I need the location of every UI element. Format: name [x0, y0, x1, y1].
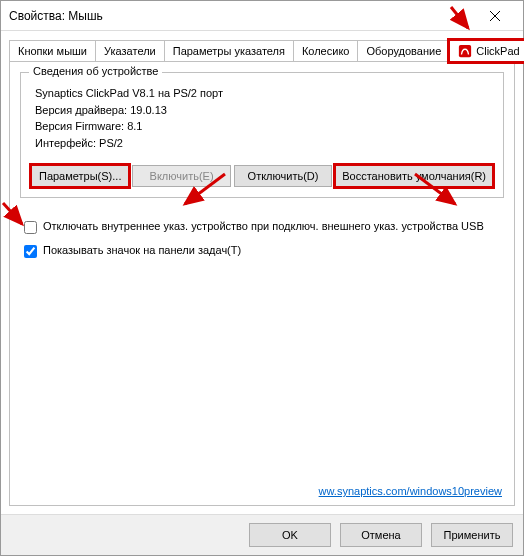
device-info-text: Synaptics ClickPad V8.1 на PS/2 порт Вер…	[31, 83, 493, 165]
close-button[interactable]	[475, 2, 515, 30]
restore-defaults-button[interactable]: Восстановить умолчания(R)	[335, 165, 493, 187]
tab-clickpad-label: ClickPad	[476, 45, 519, 57]
tab-clickpad[interactable]: ClickPad	[449, 40, 524, 62]
apply-button[interactable]: Применить	[431, 523, 513, 547]
clickpad-panel: Сведения об устройстве Synaptics ClickPa…	[9, 61, 515, 506]
tab-pointers[interactable]: Указатели	[95, 40, 165, 62]
synaptics-link[interactable]: ww.synaptics.com/windows10preview	[319, 485, 502, 497]
tab-pointer-options[interactable]: Параметры указателя	[164, 40, 294, 62]
disable-internal-checkbox[interactable]	[24, 221, 37, 234]
enable-button: Включить(E)	[132, 165, 230, 187]
device-button-row: Параметры(S)... Включить(E) Отключить(D)…	[31, 165, 493, 187]
clickpad-icon	[458, 44, 472, 58]
cancel-button[interactable]: Отмена	[340, 523, 422, 547]
show-tray-label: Показывать значок на панели задач(T)	[43, 244, 241, 256]
disable-button[interactable]: Отключить(D)	[234, 165, 332, 187]
mouse-properties-window: Свойства: Мышь Кнопки мыши Указатели Пар…	[0, 0, 524, 556]
content-area: Кнопки мыши Указатели Параметры указател…	[1, 31, 523, 514]
disable-internal-label: Отключать внутреннее указ. устройство пр…	[43, 220, 484, 232]
device-info-title: Сведения об устройстве	[29, 65, 162, 77]
device-info-group: Сведения об устройстве Synaptics ClickPa…	[20, 72, 504, 198]
tab-wheel[interactable]: Колесико	[293, 40, 359, 62]
params-button[interactable]: Параметры(S)...	[31, 165, 129, 187]
show-tray-checkbox-row[interactable]: Показывать значок на панели задач(T)	[24, 244, 504, 258]
dialog-buttons: OK Отмена Применить	[1, 514, 523, 555]
svg-rect-2	[459, 45, 471, 57]
tab-buttons[interactable]: Кнопки мыши	[9, 40, 96, 62]
tab-hardware[interactable]: Оборудование	[357, 40, 450, 62]
interface: Интерфейс: PS/2	[35, 135, 493, 152]
driver-version: Версия драйвера: 19.0.13	[35, 102, 493, 119]
ok-button[interactable]: OK	[249, 523, 331, 547]
tab-strip: Кнопки мыши Указатели Параметры указател…	[9, 39, 515, 61]
window-title: Свойства: Мышь	[9, 9, 475, 23]
show-tray-checkbox[interactable]	[24, 245, 37, 258]
close-icon	[490, 11, 500, 21]
firmware-version: Версия Firmware: 8.1	[35, 118, 493, 135]
device-name: Synaptics ClickPad V8.1 на PS/2 порт	[35, 85, 493, 102]
titlebar: Свойства: Мышь	[1, 1, 523, 31]
disable-internal-checkbox-row[interactable]: Отключать внутреннее указ. устройство пр…	[24, 220, 504, 234]
